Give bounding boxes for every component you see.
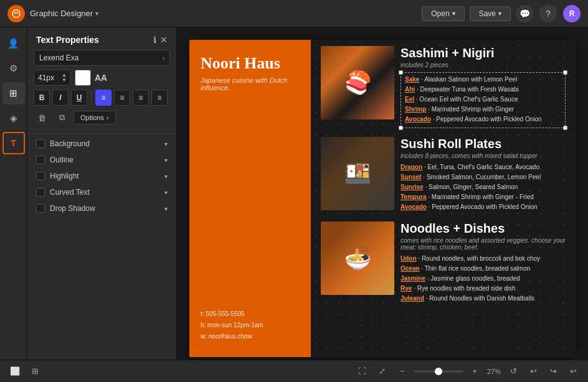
sashimi-item-4: Shrimp · Marinated Shrimp with Ginger — [405, 105, 561, 114]
noodles-item-3: Jasmine · Jasmine glass noodles, breaded — [401, 274, 566, 283]
background-checkbox[interactable] — [36, 139, 45, 148]
highlight-checkbox[interactable] — [36, 172, 45, 180]
curved-text-checkbox[interactable] — [36, 188, 45, 197]
duplicate-icon[interactable]: ⧉ — [54, 109, 70, 126]
bottombar: ⬜ ⊞ ⛶ ⤢ − + 27% ↺ ↩ ↪ ↩ — [0, 360, 588, 382]
accordion-outline: Outline ▾ — [34, 152, 170, 167]
accordion-drop-shadow: Drop Shadow ▾ — [34, 201, 170, 216]
left-panel: Text Properties ℹ ✕ Lexend Exa › 41px ▲ … — [27, 27, 177, 360]
accordion-drop-shadow-header[interactable]: Drop Shadow ▾ — [34, 201, 170, 216]
handle-tr[interactable] — [563, 70, 567, 75]
save-button[interactable]: Save ▾ — [470, 6, 511, 21]
grid-icon[interactable]: ⊞ — [27, 364, 42, 379]
italic-button[interactable]: I — [52, 90, 69, 106]
section-sashimi-text: Sashimi + Nigiri includes 2 pieces Sake … — [401, 46, 566, 128]
sushi-subtitle: includes 8 pieces, comes with mixed sala… — [401, 152, 566, 159]
app-name-chevron: ▾ — [95, 10, 98, 17]
font-size-input[interactable]: 41px ▲ ▼ — [34, 70, 71, 86]
section-sashimi: Sashimi + Nigiri includes 2 pieces Sake … — [321, 46, 566, 128]
drop-shadow-chevron: ▾ — [164, 205, 168, 212]
restaurant-phone: t: 505-555-5505 — [201, 309, 300, 320]
menu-left-top: Noori Haus Japanese cuisine with Dutch i… — [201, 55, 300, 91]
menu-left: Noori Haus Japanese cuisine with Dutch i… — [189, 40, 311, 357]
noodles-title: Noodles + Dishes — [401, 221, 566, 236]
panel-info-icon[interactable]: ℹ — [153, 35, 156, 45]
app-name-dropdown[interactable]: Graphic Designer ▾ — [30, 9, 98, 18]
text-color-swatch[interactable] — [75, 70, 91, 86]
noodles-item-2: Ocean · Thin flat rice noodles, breaded … — [401, 264, 566, 273]
help-icon[interactable]: ? — [539, 5, 557, 22]
fullscreen-icon[interactable]: ⛶ — [355, 364, 370, 379]
sushi-item-3: Sunrise · Salmon, Ginger, Seared Salmon — [401, 183, 566, 192]
selection-box: Sake · Alaskan Salmon with Lemon Peel Ah… — [401, 72, 566, 128]
bottom-right-icons: ↺ ↩ ↪ ↩ — [506, 364, 581, 379]
align-right-button[interactable]: ≡ — [133, 90, 149, 106]
outline-checkbox[interactable] — [36, 156, 45, 164]
iconbar-text[interactable]: T — [2, 132, 25, 154]
drop-shadow-label: Drop Shadow — [50, 204, 159, 213]
accordion-background: Background ▾ — [34, 136, 170, 151]
refresh-icon[interactable]: ↺ — [506, 364, 521, 379]
noodles-subtitle: comes with rice noodles and assorted veg… — [401, 237, 566, 251]
menu-card: Noori Haus Japanese cuisine with Dutch i… — [189, 40, 576, 357]
drop-shadow-checkbox[interactable] — [36, 204, 45, 213]
handle-bl[interactable] — [399, 126, 403, 130]
menu-right-inner: Sashimi + Nigiri includes 2 pieces Sake … — [311, 40, 576, 357]
delete-icon[interactable]: 🗑 — [34, 109, 50, 126]
align-center-button[interactable]: ≡ — [114, 90, 130, 106]
format-row: B I U ≡ ≡ ≡ ≡ — [34, 90, 170, 106]
underline-button[interactable]: U — [71, 90, 87, 106]
restaurant-contact: t: 505-555-5505 h: mon-sun 12pm-1am w: n… — [201, 309, 300, 342]
sashimi-item-1: Sake · Alaskan Salmon with Lemon Peel — [405, 75, 561, 84]
options-button[interactable]: Options › — [74, 111, 116, 124]
text-case-icon[interactable]: AA — [95, 73, 107, 83]
align-justify-button[interactable]: ≡ — [151, 90, 168, 106]
sashimi-item-3: Eel · Ocean Eel with Chef's Garlic Sauce — [405, 95, 561, 104]
zoom-in-icon[interactable]: + — [467, 364, 482, 379]
panel-divider — [27, 133, 176, 134]
font-size-down[interactable]: ▼ — [62, 78, 67, 83]
resize-icon[interactable]: ⤢ — [375, 364, 390, 379]
font-selector[interactable]: Lexend Exa › — [34, 50, 170, 66]
panel-title: Text Properties — [36, 35, 99, 45]
iconbar-settings[interactable]: ⚙ — [2, 57, 25, 80]
canvas-area[interactable]: Noori Haus Japanese cuisine with Dutch i… — [177, 27, 588, 360]
zoom-thumb[interactable] — [435, 368, 442, 375]
outline-label: Outline — [50, 156, 159, 164]
zoom-level: 27% — [487, 368, 501, 375]
chat-icon[interactable]: 💬 — [516, 5, 533, 22]
history-icon[interactable]: ↩ — [566, 364, 581, 379]
font-chevron-icon: › — [163, 55, 164, 62]
zoom-bar: − + — [395, 364, 482, 379]
iconbar-user[interactable]: 👤 — [2, 32, 25, 55]
avatar[interactable]: R — [563, 5, 581, 22]
main-layout: 👤 ⚙ ⊞ ◈ T Text Properties ℹ ✕ Lexend Exa… — [0, 27, 588, 360]
sashimi-item-2: Ahi · Deepwater Tuna with Fresh Wasabi — [405, 85, 561, 94]
zoom-out-icon[interactable]: − — [395, 364, 410, 379]
iconbar-layers[interactable]: ⊞ — [2, 82, 25, 105]
redo-icon[interactable]: ↪ — [546, 364, 561, 379]
handle-br[interactable] — [563, 126, 567, 130]
bold-button[interactable]: B — [34, 90, 50, 106]
noodles-item-4: Rye · Rye noodles with breaded side dish — [401, 284, 566, 293]
accordion-background-header[interactable]: Background ▾ — [34, 136, 170, 151]
iconbar-shapes[interactable]: ◈ — [2, 107, 25, 129]
curved-text-label: Curved Text — [50, 188, 159, 197]
accordion-curved-text-header[interactable]: Curved Text ▾ — [34, 185, 170, 200]
align-left-button[interactable]: ≡ — [95, 90, 111, 106]
open-button[interactable]: Open ▾ — [422, 6, 464, 21]
accordion-highlight-header[interactable]: Highlight ▾ — [34, 169, 170, 184]
accordion-outline-header[interactable]: Outline ▾ — [34, 152, 170, 167]
restaurant-name: Noori Haus — [201, 55, 300, 73]
layers-icon[interactable]: ⬜ — [7, 364, 22, 379]
undo-icon[interactable]: ↩ — [526, 364, 541, 379]
handle-tl[interactable] — [399, 70, 403, 75]
panel-close-icon[interactable]: ✕ — [160, 35, 168, 45]
curved-text-chevron: ▾ — [164, 189, 168, 196]
font-name-label: Lexend Exa — [39, 54, 78, 62]
sushi-item-2: Sunset · Smoked Salmon, Cucumber, Lemon … — [401, 173, 566, 182]
zoom-track[interactable] — [414, 370, 463, 373]
panel-header-icons: ℹ ✕ — [153, 35, 168, 45]
iconbar: 👤 ⚙ ⊞ ◈ T — [0, 27, 27, 360]
section-sushi: Sushi Roll Plates includes 8 pieces, com… — [321, 137, 566, 213]
